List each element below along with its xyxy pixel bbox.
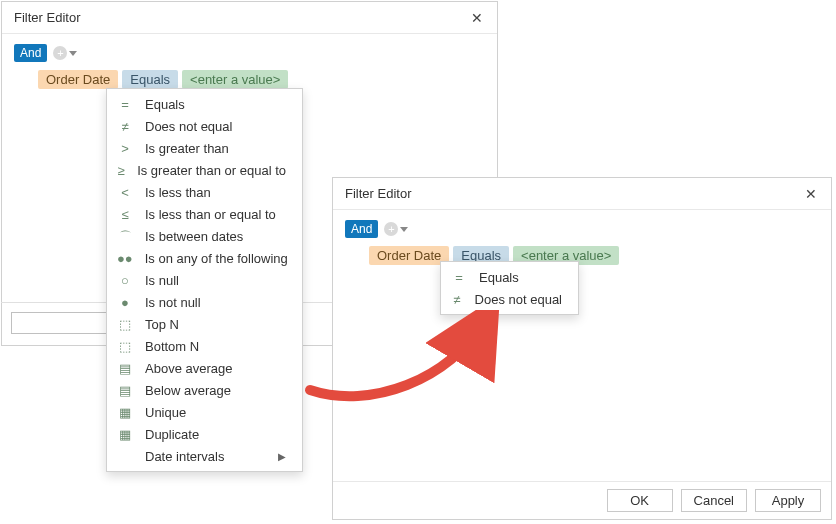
add-condition-button[interactable]: + [51, 46, 79, 60]
operator-token[interactable]: Equals [122, 70, 178, 89]
chevron-right-icon: ▶ [278, 451, 286, 462]
add-condition-button[interactable]: + [382, 222, 410, 236]
operator-item-label: Does not equal [475, 292, 562, 307]
operator-menu-item[interactable]: ▤Above average [107, 357, 302, 379]
operator-menu-item[interactable]: ▦Duplicate [107, 423, 302, 445]
operator-item-icon: ⬚ [117, 338, 133, 354]
operator-item-label: Is greater than or equal to [137, 163, 286, 178]
operator-menu-item[interactable]: ▤Below average [107, 379, 302, 401]
cancel-button[interactable]: Cancel [681, 489, 747, 512]
operator-item-label: Is between dates [145, 229, 243, 244]
operator-item-icon: ○ [117, 272, 133, 288]
operator-menu-item[interactable]: =Equals [441, 266, 578, 288]
operator-item-icon: ≤ [117, 206, 133, 222]
logic-operator-chip[interactable]: And [14, 44, 47, 62]
operator-item-label: Date intervals [145, 449, 224, 464]
condition-row: Order Date Equals <enter a value> [38, 70, 485, 89]
operator-item-label: Is less than [145, 185, 211, 200]
apply-button[interactable]: Apply [755, 489, 821, 512]
operator-menu-item[interactable]: ●●Is on any of the following [107, 247, 302, 269]
operator-item-label: Does not equal [145, 119, 232, 134]
operator-menu-item[interactable]: =Equals [107, 93, 302, 115]
operator-menu-item[interactable]: >Is greater than [107, 137, 302, 159]
operator-item-icon: = [451, 269, 467, 285]
operator-item-label: Is greater than [145, 141, 229, 156]
operator-menu-item[interactable]: <Is less than [107, 181, 302, 203]
filter-editor-window-2: Filter Editor ✕ And + Order Date Equals … [332, 177, 832, 520]
operator-item-label: Is null [145, 273, 179, 288]
operator-menu-item[interactable]: ●Is not null [107, 291, 302, 313]
operator-menu-item[interactable]: ≠Does not equal [107, 115, 302, 137]
operator-item-icon: ●● [117, 250, 133, 266]
operator-menu-item[interactable]: ⬚Top N [107, 313, 302, 335]
operator-item-icon: ≠ [451, 291, 463, 307]
operator-dropdown-full[interactable]: =Equals≠Does not equal>Is greater than≥I… [106, 88, 303, 472]
titlebar: Filter Editor ✕ [333, 178, 831, 210]
operator-item-label: Unique [145, 405, 186, 420]
operator-item-icon: ▤ [117, 360, 133, 376]
plus-icon: + [384, 222, 398, 236]
operator-item-label: Above average [145, 361, 232, 376]
operator-item-label: Equals [145, 97, 185, 112]
logic-operator-chip[interactable]: And [345, 220, 378, 238]
operator-item-icon: ▦ [117, 404, 133, 420]
operator-item-icon: ⌒ [117, 228, 133, 244]
logic-row: And + [14, 44, 485, 62]
dialog-button-bar: OK Cancel Apply [333, 481, 831, 519]
operator-item-icon: = [117, 96, 133, 112]
operator-item-label: Is less than or equal to [145, 207, 276, 222]
operator-menu-item[interactable]: ≥Is greater than or equal to [107, 159, 302, 181]
operator-item-icon: ▤ [117, 382, 133, 398]
operator-menu-item[interactable]: ⌒Is between dates [107, 225, 302, 247]
field-token[interactable]: Order Date [369, 246, 449, 265]
operator-menu-item[interactable]: ≠Does not equal [441, 288, 578, 310]
window-title: Filter Editor [14, 10, 80, 25]
operator-item-label: Below average [145, 383, 231, 398]
chevron-down-icon [400, 227, 408, 232]
operator-item-label: Top N [145, 317, 179, 332]
operator-item-label: Bottom N [145, 339, 199, 354]
plus-icon: + [53, 46, 67, 60]
field-token[interactable]: Order Date [38, 70, 118, 89]
close-icon[interactable]: ✕ [467, 11, 487, 25]
ok-button[interactable]: OK [607, 489, 673, 512]
window-title: Filter Editor [345, 186, 411, 201]
operator-menu-item[interactable]: ○Is null [107, 269, 302, 291]
operator-item-label: Is not null [145, 295, 201, 310]
operator-menu-item[interactable]: ≤Is less than or equal to [107, 203, 302, 225]
operator-menu-item[interactable]: ⬚Bottom N [107, 335, 302, 357]
titlebar: Filter Editor ✕ [2, 2, 497, 34]
chevron-down-icon [69, 51, 77, 56]
operator-item-label: Duplicate [145, 427, 199, 442]
close-icon[interactable]: ✕ [801, 187, 821, 201]
condition-row: Order Date Equals <enter a value> [369, 246, 819, 265]
operator-dropdown-limited[interactable]: =Equals≠Does not equal [440, 261, 579, 315]
operator-item-icon: ▦ [117, 426, 133, 442]
operator-item-label: Equals [479, 270, 519, 285]
operator-item-icon [117, 448, 133, 464]
operator-menu-item[interactable]: Date intervals▶ [107, 445, 302, 467]
operator-item-icon: < [117, 184, 133, 200]
operator-menu-item[interactable]: ▦Unique [107, 401, 302, 423]
operator-item-icon: > [117, 140, 133, 156]
window-body: And + Order Date Equals <enter a value> [333, 210, 831, 275]
logic-row: And + [345, 220, 819, 238]
operator-item-icon: ≥ [117, 162, 125, 178]
operator-item-icon: ● [117, 294, 133, 310]
operator-item-label: Is on any of the following [145, 251, 288, 266]
operator-item-icon: ⬚ [117, 316, 133, 332]
operator-item-icon: ≠ [117, 118, 133, 134]
value-token[interactable]: <enter a value> [182, 70, 288, 89]
